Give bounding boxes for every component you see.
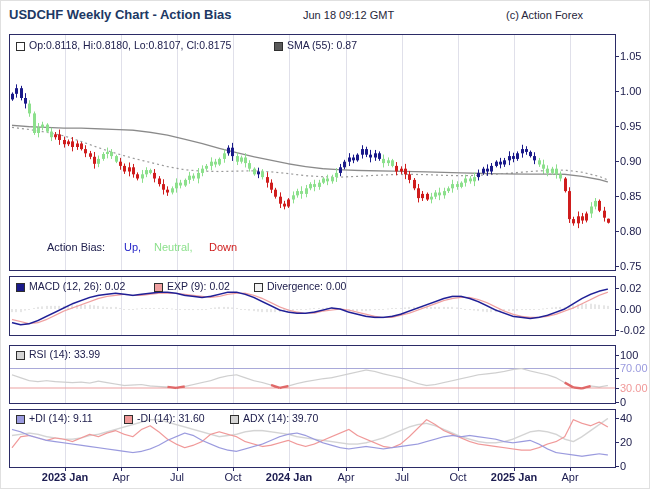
copyright: (c) Action Forex — [506, 9, 583, 21]
y-axis-label: 0.00 — [620, 303, 641, 315]
y-axis-label: 0.80 — [620, 225, 641, 237]
y-axis-tick — [615, 161, 619, 162]
y-axis-label: 0.85 — [620, 190, 641, 202]
y-axis-label: 100 — [620, 349, 638, 361]
y-axis-tick — [615, 418, 619, 419]
minus-di-legend-swatch — [124, 415, 133, 424]
y-axis-tick — [615, 56, 619, 57]
minus-di-legend-label: -DI (14): 31.60 — [137, 412, 205, 424]
y-axis-tick — [615, 355, 619, 356]
sma-legend-swatch — [274, 42, 283, 51]
chart-window: USDCHF Weekly Chart - Action Bias Jun 18… — [0, 0, 650, 489]
rsi-legend-swatch — [16, 351, 25, 360]
rsi-panel: RSI (14): 33.99 — [9, 345, 616, 404]
macd-legend-swatch — [16, 283, 25, 292]
y-axis-label: 0 — [620, 460, 626, 472]
exp-legend-label: EXP (9): 0.02 — [167, 280, 230, 292]
page-title: USDCHF Weekly Chart - Action Bias — [9, 7, 232, 22]
action-bias-down-label: Down — [209, 241, 237, 253]
ohlc-legend-swatch — [16, 42, 25, 51]
y-axis-tick — [615, 266, 619, 267]
ohlc-legend-label: Op:0.8118, Hi:0.8180, Lo:0.8107, Cl:0.81… — [29, 39, 231, 51]
y-axis-label: 30.00 — [620, 382, 648, 394]
y-axis-label: 1.05 — [620, 50, 641, 62]
y-axis-tick — [615, 368, 619, 369]
y-axis-tick — [615, 330, 619, 331]
macd-legend-label: MACD (12, 26): 0.02 — [29, 280, 125, 292]
x-axis-label: 2025 Jan — [491, 471, 537, 483]
y-axis-label: 40 — [620, 412, 632, 424]
action-bias-label: Action Bias: — [47, 241, 105, 253]
y-axis-tick — [615, 288, 619, 289]
x-axis-label: Jul — [170, 471, 184, 483]
y-axis-tick — [615, 91, 619, 92]
adx-legend-label: ADX (14): 39.70 — [243, 412, 318, 424]
macd-panel: MACD (12, 26): 0.02 EXP (9): 0.02 Diverg… — [9, 276, 616, 336]
x-axis-label: Oct — [224, 471, 241, 483]
y-axis-tick — [615, 309, 619, 310]
divergence-legend-label: Divergence: 0.00 — [267, 280, 346, 292]
x-axis-label: 2023 Jan — [42, 471, 88, 483]
x-axis-label: Apr — [112, 471, 129, 483]
y-axis-tick — [615, 378, 619, 379]
x-axis-label: 2024 Jan — [266, 471, 312, 483]
x-axis-label: Apr — [337, 471, 354, 483]
timestamp: Jun 18 09:12 GMT — [303, 9, 394, 21]
y-axis-tick — [615, 466, 619, 467]
rsi-chart-canvas — [10, 346, 615, 403]
sma-legend-label: SMA (55): 0.87 — [287, 39, 357, 51]
y-axis-tick — [615, 196, 619, 197]
y-axis-tick — [615, 231, 619, 232]
divergence-legend-swatch — [254, 283, 263, 292]
price-chart-canvas — [10, 35, 615, 270]
y-axis-label: -0.02 — [620, 324, 645, 336]
y-axis-label: 70.00 — [620, 362, 648, 374]
x-axis-label: Apr — [561, 471, 578, 483]
action-bias-neutral-label: Neutral, — [154, 241, 193, 253]
y-axis-label: 1.00 — [620, 85, 641, 97]
y-axis-label: 0.95 — [620, 120, 641, 132]
price-panel: Op:0.8118, Hi:0.8180, Lo:0.8107, Cl:0.81… — [9, 34, 616, 271]
x-axis-label: Jul — [395, 471, 409, 483]
y-axis-label: 20 — [620, 436, 632, 448]
y-axis-tick — [615, 388, 619, 389]
plus-di-legend-swatch — [16, 415, 25, 424]
di-adx-panel: +DI (14): 9.11 -DI (14): 31.60 ADX (14):… — [9, 409, 616, 468]
y-axis-tick — [615, 402, 619, 403]
y-axis-label: 0.90 — [620, 155, 641, 167]
y-axis-label: 0 — [620, 396, 626, 408]
adx-legend-swatch — [230, 415, 239, 424]
y-axis-label: 0.02 — [620, 282, 641, 294]
x-axis-label: Oct — [449, 471, 466, 483]
y-axis-label: 0.75 — [620, 260, 641, 272]
rsi-legend-label: RSI (14): 33.99 — [29, 348, 100, 360]
y-axis-tick — [615, 126, 619, 127]
plus-di-legend-label: +DI (14): 9.11 — [29, 412, 93, 424]
exp-legend-swatch — [154, 283, 163, 292]
action-bias-up-label: Up, — [124, 241, 141, 253]
y-axis-tick — [615, 442, 619, 443]
